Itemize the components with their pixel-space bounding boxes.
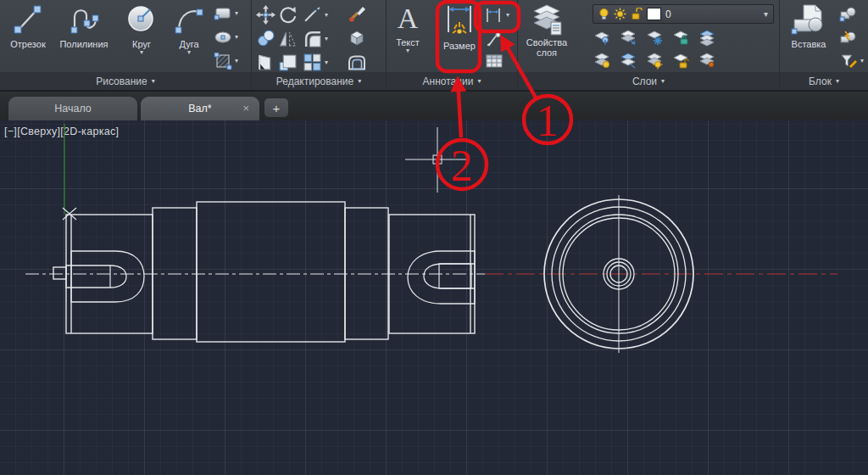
layer-unisolate-icon[interactable] xyxy=(619,28,637,47)
rectangle-button[interactable]: ▾ xyxy=(214,5,238,22)
trim-icon xyxy=(303,5,322,25)
trim-dropdown-caret[interactable]: ▾ xyxy=(325,12,328,19)
panel-block: Вставка xyxy=(780,0,868,90)
layer-walk-icon[interactable] xyxy=(698,51,716,70)
mirror-button[interactable] xyxy=(278,29,298,48)
edit-block-button[interactable] xyxy=(839,29,858,46)
trim-button[interactable]: ▾ xyxy=(303,5,328,25)
dimension-button[interactable]: Размер xyxy=(439,2,480,51)
text-button[interactable]: А Текст ▾ xyxy=(388,2,427,54)
layer-isolate-icon[interactable] xyxy=(593,28,611,47)
current-layer-name: 0 xyxy=(665,8,671,20)
ellipse-dropdown-caret[interactable]: ▾ xyxy=(235,34,238,41)
text-dropdown-caret[interactable]: ▾ xyxy=(406,48,409,54)
drawing-canvas[interactable]: [−][Сверху][2D-каркас] xyxy=(0,120,868,475)
copy-button[interactable] xyxy=(256,29,275,48)
scale-icon xyxy=(278,53,298,72)
offset-icon xyxy=(347,53,367,72)
create-block-button[interactable] xyxy=(839,5,858,22)
edit-block-icon xyxy=(839,29,858,46)
fillet-dropdown-caret[interactable]: ▾ xyxy=(325,36,328,42)
panel-drawing-caret: ▾ xyxy=(152,78,155,85)
erase-button[interactable] xyxy=(347,3,367,24)
polyline-label: Полилиния xyxy=(59,39,108,49)
panel-editing: ▾ xyxy=(252,0,387,90)
circle-icon xyxy=(125,2,159,39)
panel-layers-label[interactable]: Слои ▾ xyxy=(518,72,779,90)
mirror-icon xyxy=(278,29,298,48)
layer-properties-button[interactable]: Свойства слоя xyxy=(523,2,570,58)
panel-block-label[interactable]: Блок ▾ xyxy=(780,72,868,90)
panel-drawing: Отрезок Полилиния Круг ▾ xyxy=(0,0,252,90)
stretch-button[interactable] xyxy=(256,53,275,72)
explode-button[interactable] xyxy=(347,27,367,48)
layer-tools-row-2 xyxy=(593,51,716,70)
panel-drawing-label[interactable]: Рисование ▾ xyxy=(0,72,251,90)
table-button[interactable] xyxy=(485,53,504,70)
tab-close-icon[interactable]: × xyxy=(242,102,249,115)
copy-icon xyxy=(256,29,275,48)
text-icon: А xyxy=(398,2,419,37)
tab-document-val[interactable]: Вал* × xyxy=(141,97,259,120)
tab-start[interactable]: Начало xyxy=(8,97,137,120)
right-keyway-hatch xyxy=(408,251,475,304)
erase-brush-icon xyxy=(347,3,367,24)
hatch-dropdown-caret[interactable]: ▾ xyxy=(235,58,238,64)
panel-layers: Свойства слоя xyxy=(518,0,780,90)
hatch-button[interactable]: ▾ xyxy=(214,53,238,70)
array-dropdown-caret[interactable]: ▾ xyxy=(325,59,328,66)
layer-color-swatch xyxy=(647,8,661,20)
crosshair-cursor xyxy=(405,127,470,193)
new-tab-button[interactable]: + xyxy=(264,98,288,117)
layer-make-current-icon[interactable] xyxy=(593,51,611,70)
circle-button[interactable]: Круг ▾ xyxy=(117,2,166,56)
layer-freeze-icon[interactable] xyxy=(645,28,664,47)
layer-combo[interactable]: 0 ▾ xyxy=(593,4,774,24)
scale-button[interactable] xyxy=(278,53,298,72)
layer-lock-icon[interactable] xyxy=(671,28,690,47)
fillet-icon xyxy=(303,29,322,48)
insert-label: Вставка xyxy=(792,39,826,49)
leader-button[interactable] xyxy=(485,31,504,48)
attributes-dropdown-caret[interactable]: ▾ xyxy=(860,58,864,64)
ellipse-icon xyxy=(214,29,232,46)
circle-dropdown-caret[interactable]: ▾ xyxy=(140,49,143,56)
layer-unlock-all-icon[interactable] xyxy=(671,51,690,70)
rectangle-dropdown-caret[interactable]: ▾ xyxy=(235,10,238,17)
layer-on-bulb-icon[interactable] xyxy=(598,8,609,20)
array-button[interactable]: ▾ xyxy=(303,53,328,72)
layer-copy-to-icon[interactable] xyxy=(619,51,637,70)
panel-annotation-label[interactable]: Аннотации ▾ xyxy=(387,72,517,90)
arc-dropdown-caret[interactable]: ▾ xyxy=(187,49,191,56)
move-icon xyxy=(256,5,275,25)
fillet-button[interactable]: ▾ xyxy=(303,29,328,48)
line-button[interactable]: Отрезок xyxy=(3,2,53,49)
layer-thaw-all-icon[interactable] xyxy=(645,51,664,70)
layer-combo-caret[interactable]: ▾ xyxy=(764,10,768,19)
offset-button[interactable] xyxy=(347,53,367,72)
left-keyway-hatch xyxy=(66,251,144,302)
panel-layers-caret: ▾ xyxy=(661,78,665,85)
layer-unlock-icon[interactable] xyxy=(631,8,643,20)
array-icon xyxy=(303,53,322,72)
insert-button[interactable]: Вставка xyxy=(785,2,832,49)
autocad-window: Отрезок Полилиния Круг ▾ xyxy=(0,0,868,475)
dimension-style-caret[interactable]: ▾ xyxy=(506,12,509,19)
create-block-icon xyxy=(839,5,858,22)
arc-button[interactable]: Дуга ▾ xyxy=(168,2,210,56)
attributes-button[interactable]: ▾ xyxy=(839,53,864,70)
rotate-button[interactable] xyxy=(278,5,298,25)
layer-thaw-sun-icon[interactable] xyxy=(614,8,626,20)
polyline-button[interactable]: Полилиния xyxy=(54,2,114,49)
layer-match-icon[interactable] xyxy=(698,28,716,47)
line-icon xyxy=(11,2,45,39)
move-button[interactable] xyxy=(256,5,275,25)
shaft-end-view xyxy=(544,195,693,353)
dimension-style-button[interactable]: ▾ xyxy=(485,7,509,24)
ellipse-button[interactable]: ▾ xyxy=(214,29,238,46)
panel-editing-label[interactable]: Редактирование ▾ xyxy=(252,72,386,90)
dimension-style-icon xyxy=(485,7,504,24)
dimension-label: Размер xyxy=(443,41,476,51)
attributes-icon xyxy=(839,53,858,70)
dimension-icon xyxy=(442,2,477,41)
